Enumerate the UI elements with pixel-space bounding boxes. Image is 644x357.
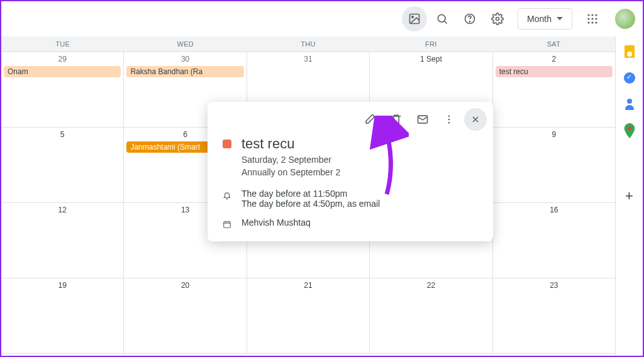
date-number: 29 [4,55,121,63]
svg-point-16 [448,115,450,117]
day-cell[interactable]: 21 [247,278,370,353]
popover-date: Saturday, 2 September [242,155,340,165]
svg-point-14 [595,21,597,23]
svg-point-5 [496,18,499,21]
calendar-grid: TUE WED THU FRI SAT 29 Onam 30 Raksha Ba… [1,36,615,357]
svg-point-6 [587,14,589,16]
svg-point-2 [438,14,445,22]
reminder-text: The day before at 4:50pm, as email [242,199,380,209]
date-number: 23 [496,281,613,290]
event-color-icon [223,140,231,148]
reminder-text: The day before at 11:50pm [242,189,380,199]
date-number: 12 [4,206,121,214]
event-popover: test recu Saturday, 2 September Annually… [208,102,493,241]
settings-icon-button[interactable] [485,6,510,31]
dow-label: FRI [370,36,492,52]
email-icon-button[interactable] [411,108,434,131]
svg-point-10 [591,18,593,19]
svg-point-12 [587,21,589,23]
svg-point-8 [595,14,597,16]
view-label: Month [527,14,552,24]
day-cell[interactable]: 16 [493,203,615,278]
event-chip-raksha[interactable]: Raksha Bandhan (Ra [126,66,243,77]
svg-point-11 [595,18,597,19]
day-cell[interactable]: 9 [493,128,615,202]
date-number: 31 [250,55,367,63]
day-cell[interactable]: 29 Onam [1,52,124,127]
search-icon-button[interactable] [430,6,455,31]
popover-title: test recu [242,136,340,152]
date-number: 9 [496,130,613,139]
popover-recurrence: Annually on September 2 [242,167,340,177]
side-panel: + [615,36,643,357]
image-icon-button[interactable] [402,6,427,31]
svg-point-18 [448,122,450,124]
date-number: 1 Sept [372,55,489,63]
svg-point-1 [412,16,414,18]
calendar-icon [223,217,231,230]
close-icon-button[interactable] [464,108,487,131]
date-number: 20 [126,281,243,290]
date-number: 22 [372,281,489,290]
organizer-name: Mehvish Mushtaq [242,217,311,228]
day-cell[interactable]: 23 [493,278,615,353]
date-number: 19 [4,281,121,290]
keep-icon[interactable] [623,45,636,58]
dow-label: SAT [492,36,615,52]
date-number: 16 [496,206,613,214]
app-header: Month [1,1,643,36]
add-addon-button[interactable]: + [623,190,636,202]
maps-icon[interactable] [623,124,636,137]
dow-label: TUE [1,36,124,52]
day-cell[interactable]: 5 [1,128,124,202]
dow-label: WED [124,36,247,52]
svg-point-13 [591,21,593,23]
view-switcher[interactable]: Month [518,8,572,30]
date-number: 21 [250,281,367,290]
day-of-week-header: TUE WED THU FRI SAT [1,36,615,52]
account-avatar[interactable] [615,9,635,29]
edit-icon-button[interactable] [358,108,381,131]
day-cell[interactable]: 12 [1,203,124,278]
svg-point-9 [587,18,589,19]
date-number: 5 [4,130,121,139]
apps-grid-icon-button[interactable] [580,6,605,31]
help-icon-button[interactable] [457,6,482,31]
dow-label: THU [247,36,369,52]
bell-icon [223,189,231,201]
contacts-icon[interactable] [623,98,636,111]
day-cell[interactable]: 20 [124,278,247,353]
date-number: 30 [126,55,243,63]
event-chip-testrecu[interactable]: test recu [496,66,613,77]
chevron-down-icon [557,17,563,21]
event-chip-onam[interactable]: Onam [4,66,121,77]
day-cell[interactable]: 2 test recu [493,52,615,127]
day-cell[interactable]: 19 [1,278,124,353]
svg-point-4 [469,21,470,22]
svg-rect-19 [224,222,231,228]
day-cell[interactable]: 22 [370,278,492,353]
date-number: 2 [496,55,613,63]
svg-point-7 [591,14,593,16]
svg-point-17 [448,119,450,121]
delete-icon-button[interactable] [385,108,408,131]
tasks-icon[interactable] [623,72,636,84]
options-icon-button[interactable] [438,108,460,131]
svg-point-20 [628,126,631,130]
